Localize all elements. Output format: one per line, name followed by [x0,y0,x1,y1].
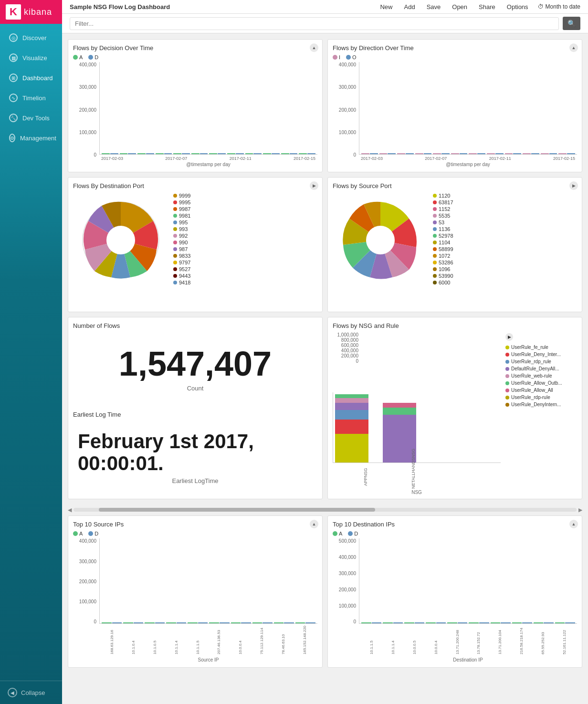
compass-icon: ◎ [9,33,18,42]
legend-d-dot [88,55,93,60]
src-label-a: A [79,531,83,536]
time-filter-button[interactable]: ⏱ Month to date [538,3,580,10]
bar-a-3 [137,153,146,154]
dibg-7 [491,622,511,623]
legend-53286: 53286 [433,259,577,266]
filter-input[interactable] [70,17,559,30]
dbg-2 [379,153,396,154]
dibar-d-7 [501,622,511,623]
nsg-x-label: NSG [333,490,501,495]
save-button[interactable]: Save [425,2,443,11]
legend-995: 995 [173,219,317,226]
sibg-8 [252,622,273,623]
panel-title-top10-dest: Top 10 Destination IPs [333,521,577,528]
scroll-left-btn[interactable]: ◀ [68,507,72,513]
label-1104: 1104 [439,240,450,245]
dot-9797 [173,261,177,264]
sidebar-label-devtools: Dev Tools [22,115,50,122]
label-993: 993 [179,226,188,232]
collapse-button[interactable]: ◀ Collapse [0,681,62,704]
wrench-icon: 🔧 [9,114,18,122]
nsg-legend-nav[interactable]: ▶ [505,332,577,342]
dot-userrule-fe [505,346,509,349]
collapse-arrow-icon: ◀ [8,688,17,697]
options-button[interactable]: Options [505,2,530,11]
bg-6 [191,153,208,154]
dibar-d-9 [544,622,554,623]
wave-icon: ∿ [9,94,18,102]
label-990: 990 [179,240,188,245]
open-button[interactable]: Open [450,2,469,11]
dot-9995 [173,200,177,204]
netallhands-seg-3 [383,403,416,408]
sidebar-item-visualize[interactable]: ▦ Visualize [0,48,62,68]
dot-53990 [433,274,437,278]
panel-nav-dest-port[interactable]: ▶ [310,181,318,190]
panel-title-nsg: Flows by NSG and Rule [333,322,577,329]
kibana-logo[interactable]: K kibana [0,0,62,24]
new-button[interactable]: New [378,2,394,11]
sidebar-item-management[interactable]: ⚙ Management [0,128,62,148]
dibar-d-4 [436,622,446,623]
panel-nav-decision[interactable]: ▲ [310,43,318,52]
sibg-3 [145,622,165,623]
dot-allow-outb [505,381,509,385]
sibar-d-7 [241,622,251,623]
sidebar-item-dashboard[interactable]: ⊞ Dashboard [0,68,62,88]
row-3: Number of Flows 1,547,407 Count Earliest… [68,317,582,499]
appnsg-seg-4 [335,403,368,410]
dot-web-rule [505,374,509,378]
label-5535: 5535 [439,213,450,219]
dbar-i-11 [541,153,549,154]
sidebar-label-timelion: Timelion [22,95,46,102]
dst-dot-d [348,531,353,536]
legend-i-label: I [339,54,340,60]
search-button[interactable]: 🔍 [563,17,580,30]
time-filter-label: Month to date [546,3,580,10]
legend-993: 993 [173,226,317,232]
dbar-o-4 [424,153,432,154]
add-button[interactable]: Add [402,2,417,11]
source-ips-chart-area: 168.63.129.16 10.1.0.4 10.1.0.5 10.1.1.4… [99,538,317,662]
scroll-right-btn[interactable]: ▶ [578,507,582,513]
horizontal-scrollbar[interactable] [74,508,577,512]
label-9987: 9987 [179,206,190,212]
legend-1072: 1072 [433,252,577,259]
dbg-7 [469,153,485,154]
panel-nav-direction[interactable]: ▲ [569,43,578,52]
dibar-d-10 [565,622,575,623]
source-port-pie [333,192,428,288]
label-53: 53 [439,220,444,225]
panel-flows-nsg: Flows by NSG and Rule 1,000,000800,00060… [327,317,582,499]
dibg-4 [426,622,446,623]
share-button[interactable]: Share [477,2,497,11]
dibg-10 [555,622,575,623]
dest-port-pie-svg [73,192,168,288]
decision-x-axis: 2017-02-032017-02-072017-02-112017-02-15 [99,155,317,161]
bg-11 [281,153,298,154]
sibar-a-10 [295,622,305,623]
sidebar-item-discover[interactable]: ◎ Discover [0,28,62,48]
dbar-i-2 [379,153,388,154]
bg-4 [156,153,172,154]
bar-d-7 [218,153,226,154]
sidebar-item-devtools[interactable]: 🔧 Dev Tools [0,108,62,128]
bar-d-11 [290,153,298,154]
legend-1104: 1104 [433,239,577,246]
sidebar-label-visualize: Visualize [22,54,47,62]
dot-9987 [173,207,177,211]
dashboard-area: Flows by Decision Over Time A D ▲ 400,00… [62,33,588,704]
panel-nav-source-port[interactable]: ▶ [569,181,578,190]
earliest-log-value: February 1st 2017, 00:00:01. [78,431,313,474]
bar-d-6 [200,153,208,154]
dst-legend-a: A [333,531,342,536]
dot-rdp-rule [505,360,509,364]
panel-title-decision: Flows by Decision Over Time [73,44,317,52]
panel-number-of-flows: Number of Flows 1,547,407 Count Earliest… [68,317,323,499]
sidebar-item-timelion[interactable]: ∿ Timelion [0,88,62,108]
bar-a-8 [227,153,235,154]
src-legend-d: D [88,531,98,536]
source-ips-y-axis: 400,000300,000200,000100,0000 [73,538,99,662]
sibar-d-3 [155,622,165,623]
bar-a-10 [263,153,271,154]
